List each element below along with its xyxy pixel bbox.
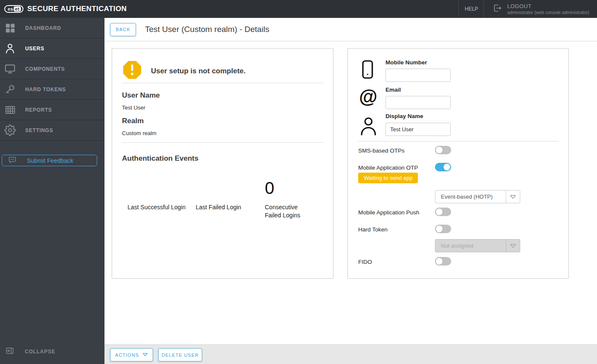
delete-user-button[interactable]: DELETE USER xyxy=(158,348,202,361)
collapse-label: COLLAPSE xyxy=(25,349,55,355)
page-title: Test User (Custom realm) - Details xyxy=(145,25,269,34)
logout-icon xyxy=(493,3,503,15)
stat-label: Last Successful Login xyxy=(128,203,191,211)
hard-token-select: Not assigned xyxy=(435,239,520,252)
waiting-to-send-badge: Waiting to send app xyxy=(358,173,418,183)
otp-type-select[interactable]: Event-based (HOTP) xyxy=(435,190,520,203)
help-button[interactable]: HELP xyxy=(458,0,484,18)
username-label: User Name xyxy=(122,91,160,100)
stat-last-failed-login: Last Failed Login xyxy=(196,179,260,211)
app-title: SECURE AUTHENTICATION xyxy=(27,5,127,13)
chevron-down-icon xyxy=(506,191,520,203)
stat-consecutive-failed-logins: 0 Consecutive Failed Logins xyxy=(265,179,313,220)
logout-button[interactable]: LOGOUT administrator (web console admini… xyxy=(484,0,597,18)
report-grid-icon xyxy=(4,104,16,116)
setup-warning-text: User setup is not complete. xyxy=(151,67,246,75)
toggle-knob xyxy=(443,164,450,170)
stat-value xyxy=(196,179,260,200)
stat-value: 0 xyxy=(265,179,313,200)
collapse-button[interactable]: COLLAPSE xyxy=(5,346,55,357)
display-name-label: Display Name xyxy=(385,113,423,119)
realm-label: Realm xyxy=(122,117,144,125)
user-detail-card: Mobile Number @ Email Display Name SMS-b… xyxy=(348,48,569,279)
realm-value: Custom realm xyxy=(122,130,156,136)
back-button[interactable]: BACK xyxy=(110,23,136,36)
hard-token-value: Not assigned xyxy=(435,243,506,249)
footer-action-bar: ACTIONS DELETE USER xyxy=(104,344,597,364)
sidebar-label: USERS xyxy=(25,46,44,52)
sms-otp-label: SMS-based OTPs xyxy=(358,147,405,154)
mobile-otp-toggle[interactable] xyxy=(435,163,451,171)
divider xyxy=(122,83,324,83)
otp-type-value: Event-based (HOTP) xyxy=(435,194,506,200)
email-input[interactable] xyxy=(385,96,451,109)
mobile-number-label: Mobile Number xyxy=(385,59,427,66)
sms-otp-toggle[interactable] xyxy=(435,146,451,154)
display-name-input[interactable] xyxy=(385,123,451,136)
person-icon xyxy=(360,117,377,137)
sidebar-item-users[interactable]: USERS xyxy=(0,38,104,59)
stat-last-successful-login: Last Successful Login xyxy=(128,179,191,211)
warning-icon xyxy=(123,61,142,79)
mobile-push-toggle[interactable] xyxy=(435,208,451,216)
chevron-down-icon xyxy=(506,240,520,252)
collapse-panel-icon xyxy=(5,346,14,357)
user-summary-card: User setup is not complete. User Name Te… xyxy=(112,48,333,279)
sidebar-item-settings[interactable]: SETTINGS xyxy=(0,120,104,141)
feedback-label: Submit Feedback xyxy=(27,157,73,164)
sidebar-label: DASHBOARD xyxy=(25,25,61,31)
user-icon xyxy=(4,43,16,54)
sidebar-item-reports[interactable]: REPORTS xyxy=(0,100,104,120)
brand: es et SECURE AUTHENTICATION xyxy=(0,5,127,13)
esa-console: es et SECURE AUTHENTICATION HELP LOGOUT … xyxy=(0,0,597,364)
sidebar-label: REPORTS xyxy=(25,107,52,113)
stat-value xyxy=(128,179,191,200)
sidebar-item-components[interactable]: COMPONENTS xyxy=(0,59,104,79)
gear-icon xyxy=(4,124,16,136)
stat-label: Last Failed Login xyxy=(196,203,260,211)
email-label: Email xyxy=(385,87,401,93)
sidebar-label: HARD TOKENS xyxy=(25,87,66,92)
main-content: BACK Test User (Custom realm) - Details … xyxy=(104,18,597,364)
fido-toggle[interactable] xyxy=(435,257,451,266)
eset-logo: es et xyxy=(4,5,23,13)
dashboard-grid-icon xyxy=(4,22,16,34)
phone-icon xyxy=(362,60,373,81)
mobile-otp-label: Mobile Application OTP xyxy=(358,165,418,171)
hard-token-toggle[interactable] xyxy=(435,225,451,233)
chevron-down-icon xyxy=(142,352,148,358)
page-header: BACK Test User (Custom realm) - Details xyxy=(104,18,597,41)
username-value: Test User xyxy=(122,104,145,111)
stat-label: Consecutive Failed Logins xyxy=(265,203,313,220)
submit-feedback-button[interactable]: Submit Feedback xyxy=(2,155,97,166)
feedback-bubble-icon xyxy=(8,156,17,166)
sidebar: DASHBOARD USERS COMPONENTS xyxy=(0,18,104,364)
divider xyxy=(358,141,559,142)
sidebar-item-hard-tokens[interactable]: HARD TOKENS xyxy=(0,79,104,100)
toggle-knob xyxy=(436,258,443,265)
mobile-push-label: Mobile Application Push xyxy=(358,209,419,216)
key-icon xyxy=(4,84,16,95)
at-sign-icon: @ xyxy=(359,87,377,106)
toggle-knob xyxy=(436,147,443,153)
divider xyxy=(122,142,324,143)
sidebar-label: SETTINGS xyxy=(25,127,53,133)
logout-user: administrator (web console administrator… xyxy=(507,10,589,15)
sidebar-label: COMPONENTS xyxy=(25,66,65,72)
toggle-knob xyxy=(436,208,443,215)
toggle-knob xyxy=(436,225,443,232)
actions-label: ACTIONS xyxy=(115,352,139,358)
sidebar-item-dashboard[interactable]: DASHBOARD xyxy=(0,18,104,38)
hard-token-label: Hard Token xyxy=(358,226,388,233)
topbar-right: HELP LOGOUT administrator (web console a… xyxy=(458,0,597,18)
monitor-icon xyxy=(4,63,16,75)
logout-label: LOGOUT xyxy=(507,3,589,9)
actions-button[interactable]: ACTIONS xyxy=(110,348,153,361)
auth-events-heading: Authentication Events xyxy=(122,154,198,163)
top-bar: es et SECURE AUTHENTICATION HELP LOGOUT … xyxy=(0,0,597,18)
mobile-number-input[interactable] xyxy=(385,69,451,82)
fido-label: FIDO xyxy=(358,259,372,265)
